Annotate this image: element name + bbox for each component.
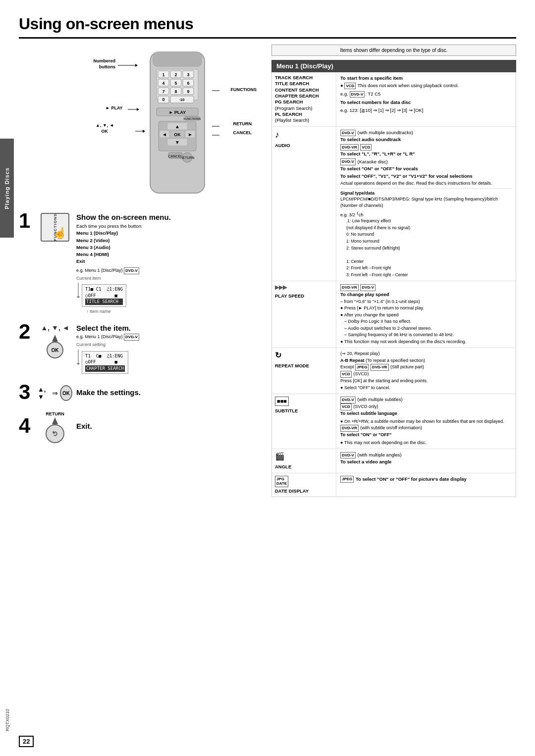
play-speed-icon: ▶▶▶ bbox=[275, 284, 287, 291]
ps-line-5: – Audio output switches to 2-channel ste… bbox=[344, 325, 512, 332]
play-label: ► PLAY bbox=[106, 105, 123, 110]
vcd-sub-badge: VCD bbox=[340, 403, 352, 410]
repeat-line-2: Press [OK] at the starting and ending po… bbox=[340, 378, 512, 385]
cancel-label: CANCEL bbox=[233, 130, 252, 135]
step-1-title: Show the on-screen menu. bbox=[76, 213, 262, 221]
menu1-header: Menu 1 (Disc/Play) bbox=[271, 60, 516, 72]
svg-text:▼: ▼ bbox=[175, 140, 180, 145]
svg-marker-58 bbox=[52, 335, 58, 342]
dvdvr-repeat-badge: DVD-VR bbox=[371, 364, 389, 371]
vcd-audio-badge: VCD bbox=[360, 144, 372, 151]
audio-label: ♪ AUDIO bbox=[272, 127, 336, 281]
subtitle-note2: ● This may not work depending on the dis… bbox=[340, 440, 512, 447]
repeat-icon: ↻ bbox=[275, 351, 281, 361]
step-3: 3 ▲, ▼ ⇒ OK Make the settings. bbox=[19, 384, 262, 403]
repeat-mode-desc: (⇒ 20, Repeat play) A-B Repeat (To repea… bbox=[336, 348, 516, 394]
svg-text:CANCEL: CANCEL bbox=[168, 154, 183, 158]
svg-text:► PLAY: ► PLAY bbox=[169, 110, 186, 115]
step-2: 2 ▲, ▼, ◄ OK Select the item. e.g. Menu … bbox=[19, 324, 262, 375]
step-3-nav-icon: ▲, ▼ bbox=[38, 386, 50, 401]
play-speed-row: ▶▶▶ PLAY SPEED DVD-VR DVD-V To change pl… bbox=[272, 281, 516, 348]
step-2-body: e.g. Menu 1 (Disc/Play) DVD-V Current se… bbox=[76, 334, 262, 375]
dvdv-badge-2: DVD-V bbox=[124, 334, 139, 341]
numbered-buttons-label: Numberedbuttons bbox=[81, 58, 115, 70]
dvdv-audio-badge: DVD-V bbox=[340, 130, 356, 136]
svg-text:OK: OK bbox=[174, 132, 181, 137]
step-3-ok-icon: OK bbox=[60, 385, 72, 401]
subtitle-icon: ■■■ bbox=[275, 397, 289, 405]
audio-text: AUDIO bbox=[275, 143, 290, 149]
date-display-text: DATE DISPLAY bbox=[275, 488, 309, 494]
remote-body: 1 2 3 4 5 6 7 bbox=[138, 50, 217, 199]
vcd-repeat-badge: VCD bbox=[340, 371, 352, 378]
svg-text:3: 3 bbox=[187, 72, 189, 77]
subtitle-text: SUBTITLE bbox=[275, 408, 298, 414]
ps-line-1: – from "×0.6" to "×1.4" (in 0.1-unit ste… bbox=[340, 299, 512, 305]
svg-marker-51 bbox=[143, 130, 145, 133]
svg-text:8: 8 bbox=[174, 89, 177, 94]
step-1-number: 1 bbox=[19, 210, 34, 231]
menu-display-1: T1■ C1 ♫1:ENG ○OFF ■ TITLE SEARCH bbox=[82, 284, 126, 307]
svg-marker-47 bbox=[137, 108, 139, 111]
svg-text:◄: ◄ bbox=[162, 132, 167, 137]
dvdvr-badge: DVD-VR bbox=[340, 144, 359, 151]
date-display-row: JPGDATE DATE DISPLAY JPEG To select "ON"… bbox=[272, 473, 516, 497]
ps-line-2: ● Press [► PLAY] to return to normal pla… bbox=[340, 305, 512, 312]
ps-line-4: – Dolby Pro Logic II has no effect. bbox=[344, 318, 512, 325]
subtitle-note: ● On +R/+RW, a subtitle number may be sh… bbox=[340, 418, 512, 425]
signal-line-2: (not displayed if there is no signal) bbox=[346, 225, 512, 232]
step-4-content: Exit. bbox=[76, 422, 262, 432]
step-1-content: Show the on-screen menu. Each time you p… bbox=[76, 213, 262, 315]
search-row: TRACK SEARCH TITLE SEARCH CONTENT SEARCH… bbox=[272, 72, 516, 127]
step-1-intro: Each time you press the button: bbox=[76, 223, 143, 229]
ps-line-3: ● After you change the speed bbox=[340, 312, 512, 319]
signal-type-label: Signal type/data bbox=[340, 191, 374, 196]
play-speed-label: ▶▶▶ PLAY SPEED bbox=[272, 281, 336, 348]
play-speed-text: PLAY SPEED bbox=[275, 293, 304, 299]
svg-text:5: 5 bbox=[174, 81, 177, 86]
audio-vocals-on-off: To select "ON" or "OFF" for vocals bbox=[340, 165, 512, 172]
signal-line-4: 1: Mono surround bbox=[346, 238, 512, 245]
svg-text:►: ► bbox=[188, 132, 193, 137]
search-desc-title2: To select numbers for data disc bbox=[340, 99, 512, 105]
subtitle-on-off: To select "ON" or "OFF" bbox=[340, 432, 512, 439]
search-label: TRACK SEARCH TITLE SEARCH CONTENT SEARCH… bbox=[272, 72, 336, 126]
step-2-ok-icon: OK bbox=[47, 342, 63, 358]
step-2-number: 2 bbox=[19, 321, 34, 342]
functions-label: FUNCTIONS bbox=[231, 87, 257, 92]
audio-note: Actual operations depend on the disc. Re… bbox=[340, 180, 512, 187]
svg-text:1: 1 bbox=[162, 72, 164, 77]
ps-line-6: – Sampling frequency of 96 kHz is conver… bbox=[344, 332, 512, 339]
svg-text:·10: ·10 bbox=[179, 98, 185, 102]
vcd-badge: VCD bbox=[344, 83, 356, 89]
dvdv-badge-eg: DVD-V bbox=[350, 91, 365, 98]
step-4: 4 RETURN ↺ Exit. bbox=[19, 411, 262, 443]
angle-row: 🎬 ANGLE DVD-V (with multiple angles) To … bbox=[272, 449, 516, 473]
search-desc-title: To start from a specific item bbox=[340, 75, 512, 81]
signal-body: LPCM/PPCM/■D/DTS/MP3/MPEG: Signal type k… bbox=[340, 197, 498, 208]
angle-select-title: To select a video angle bbox=[340, 458, 512, 465]
jpeg-dd-badge: JPEG bbox=[340, 476, 354, 482]
svg-text:▲: ▲ bbox=[175, 124, 180, 129]
signal-line-3: 0: No surround bbox=[346, 231, 512, 238]
step-1-icon: FUNCTIONS ☝ bbox=[41, 213, 69, 242]
repeat-ab-title: A-B Repeat bbox=[340, 358, 365, 363]
remote-illustration: Numberedbuttons bbox=[19, 50, 262, 208]
angle-icon: 🎬 bbox=[275, 452, 285, 462]
return-label: RETURN bbox=[233, 121, 252, 126]
svg-text:FUNCTIONS: FUNCTIONS bbox=[184, 117, 201, 120]
ok-label: ▲, ▼, ◄OK bbox=[96, 123, 114, 134]
subtitle-row: ■■■ SUBTITLE DVD-V (with multiple subtit… bbox=[272, 394, 516, 449]
play-speed-desc: DVD-VR DVD-V To change play speed – from… bbox=[336, 281, 516, 348]
search-desc: To start from a specific item ● VCD This… bbox=[336, 72, 516, 126]
menu1-item: Menu 1 (Disc/Play) bbox=[76, 230, 118, 236]
svg-text:9: 9 bbox=[187, 89, 189, 94]
ps-line-7: ● This function may not work depending o… bbox=[340, 339, 512, 346]
signal-line-6: 1: Center bbox=[346, 258, 512, 265]
menu-section: TRACK SEARCH TITLE SEARCH CONTENT SEARCH… bbox=[271, 72, 516, 497]
svg-text:7: 7 bbox=[162, 89, 164, 94]
svg-text:6: 6 bbox=[187, 81, 189, 86]
subtitle-desc: DVD-V (with multiple subtitles) VCD (SVC… bbox=[336, 394, 516, 449]
step-3-content: Make the settings. bbox=[76, 388, 262, 399]
date-display-desc: JPEG To select "ON" or "OFF" for picture… bbox=[336, 473, 516, 497]
